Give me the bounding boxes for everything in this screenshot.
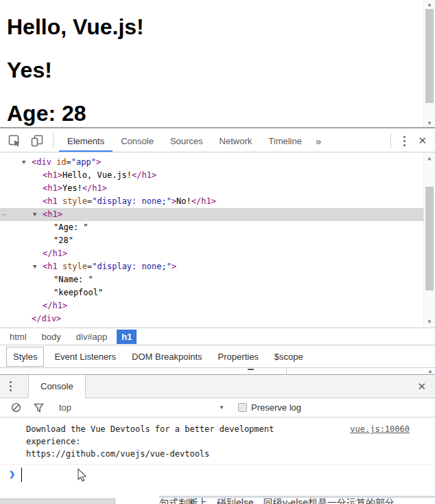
page-scroll-thumb[interactable]	[425, 9, 434, 103]
tree-row[interactable]: <h1 style="display: none;">No!</h1>	[0, 195, 423, 208]
console-message-line[interactable]: https://github.com/vuejs/vue-devtools	[26, 448, 435, 460]
breadcrumb-div-app[interactable]: div#app	[71, 330, 113, 344]
code-token: >	[172, 262, 176, 271]
rendered-page: Hello, Vue.js! Yes! Age: 28 ▲ ▼	[0, 0, 435, 128]
screenshot-root: Hello, Vue.js! Yes! Age: 28 ▲ ▼	[0, 0, 435, 504]
toolbar-right-group: ✕	[388, 130, 435, 152]
page-heading-age: Age: 28	[7, 102, 435, 124]
scroll-down-icon[interactable]: ▼	[424, 319, 435, 325]
breadcrumb-html[interactable]: html	[4, 330, 32, 344]
scroll-up-icon[interactable]: ▲	[427, 368, 433, 374]
page-heading-yes: Yes!	[7, 59, 435, 81]
console-drawer-tab[interactable]: Console	[28, 375, 86, 398]
devtools-close-icon[interactable]: ✕	[415, 135, 435, 147]
tree-row[interactable]: "Age: "	[0, 221, 423, 234]
bottom-strip: 句式判断上，碰到else，同级v-else想是一分运算的部分	[0, 489, 435, 504]
scroll-up-icon[interactable]: ▲	[424, 1, 435, 8]
expander-icon[interactable]: ▼	[33, 208, 36, 221]
tree-row[interactable]: "keepfool"	[0, 286, 423, 299]
tree-row[interactable]: </h1>	[0, 299, 423, 312]
more-tabs-icon[interactable]: »	[310, 135, 327, 147]
device-toolbar-icon[interactable]	[31, 135, 43, 147]
tab-network[interactable]: Network	[211, 130, 261, 152]
inspect-element-icon[interactable]	[8, 135, 21, 147]
toolbar-divider-right	[390, 133, 391, 148]
expander-icon[interactable]: ▼	[22, 156, 25, 169]
tree-row[interactable]: "28"	[0, 234, 423, 247]
code-token: </h1>	[43, 301, 67, 310]
chevron-down-icon[interactable]: ▼	[219, 404, 224, 411]
breadcrumb-h1[interactable]: h1	[117, 330, 137, 344]
sidebar-tab-event-listeners[interactable]: Event Listeners	[49, 347, 121, 366]
drawer-close-icon[interactable]: ✕	[408, 380, 435, 393]
preserve-log-checkbox[interactable]	[238, 403, 247, 412]
code-token: "app"	[71, 157, 96, 167]
tree-row[interactable]: </div>	[0, 312, 423, 325]
elements-scroll-thumb[interactable]	[425, 187, 434, 290]
code-token: id	[51, 157, 67, 167]
devtools-tabs: ElementsConsoleSourcesNetworkTimeline	[59, 130, 310, 152]
mouse-cursor	[78, 468, 87, 483]
tree-row[interactable]: </h1>	[0, 247, 423, 260]
page-scrollbar[interactable]: ▲ ▼	[423, 0, 435, 128]
code-token: "display: none;"	[92, 262, 172, 271]
scroll-down-icon[interactable]: ▼	[424, 120, 435, 127]
code-token: <div	[32, 157, 51, 167]
code-token: "Age: "	[54, 222, 89, 232]
styles-clipped-text	[248, 369, 254, 370]
tab-sources[interactable]: Sources	[162, 130, 211, 152]
code-token: </h1>	[82, 183, 107, 193]
breadcrumb-body[interactable]: body	[36, 330, 67, 344]
row-overflow-icon: ⋯	[1, 208, 7, 221]
tab-console[interactable]: Console	[113, 130, 162, 152]
sidebar-tab-dom-breakpoints[interactable]: DOM Breakpoints	[126, 347, 208, 366]
preserve-log-label[interactable]: Preserve log	[251, 402, 301, 413]
code-token: <h1	[43, 196, 58, 206]
prompt-chevron-icon: ❯	[9, 470, 15, 479]
styles-pane-divider	[286, 368, 287, 374]
code-token: </h1>	[132, 170, 156, 180]
code-token: style	[58, 196, 87, 206]
code-token: Yes!	[62, 183, 82, 193]
code-token: "Name: "	[54, 275, 93, 284]
sidebar-tab--scope[interactable]: $scope	[269, 347, 309, 366]
dom-tree: ▼<div id="app"><h1>Hello, Vue.js!</h1><h…	[0, 156, 423, 325]
sidebar-tab-properties[interactable]: Properties	[213, 347, 264, 366]
devtools-menu-icon[interactable]	[394, 136, 415, 146]
console-message-line: experience:	[26, 435, 435, 448]
code-token: <h1>	[43, 183, 62, 193]
sidebar-tabs: StylesEvent ListenersDOM BreakpointsProp…	[0, 345, 435, 368]
tree-row[interactable]: <h1>Yes!</h1>	[0, 182, 423, 195]
devtools-toolbar: ElementsConsoleSourcesNetworkTimeline » …	[0, 130, 435, 152]
tab-elements[interactable]: Elements	[59, 130, 113, 152]
code-token: >	[96, 157, 101, 167]
styles-pane-sliver: ▲	[0, 368, 435, 374]
expander-icon[interactable]: ▼	[33, 260, 36, 273]
clipped-page-text: 句式判断上，碰到else，同级v-else想是一分运算的部分	[159, 496, 435, 504]
source-location-link[interactable]: vue.js:10060	[350, 423, 410, 435]
code-token: "display: none;"	[92, 196, 172, 206]
tree-row[interactable]: "Name: "	[0, 273, 423, 286]
dom-breadcrumb: htmlbodydiv#apph1	[0, 328, 435, 345]
code-token: <h1>	[43, 209, 62, 219]
tree-row[interactable]: ▼<h1 style="display: none;">	[0, 260, 423, 273]
scroll-up-icon[interactable]: ▲	[424, 155, 435, 162]
execution-context-selector[interactable]: top	[59, 402, 71, 413]
code-token: </h1>	[43, 249, 67, 258]
clear-console-icon[interactable]	[11, 402, 21, 413]
drawer-menu-icon[interactable]	[0, 381, 21, 391]
tree-row[interactable]: <h1>Hello, Vue.js!</h1>	[0, 169, 423, 182]
elements-panel: ▼<div id="app"><h1>Hello, Vue.js!</h1><h…	[0, 152, 435, 328]
tree-row[interactable]: ▼<div id="app">	[0, 156, 423, 169]
tree-row[interactable]: ⋯▼<h1>	[0, 208, 423, 221]
code-token: =	[67, 157, 71, 167]
console-prompt[interactable]: ❯	[0, 465, 435, 485]
code-token: </h1>	[191, 196, 216, 206]
console-message: Download the Vue Devtools for a better d…	[0, 417, 435, 465]
code-token: <h1	[43, 262, 58, 271]
filter-icon[interactable]	[34, 403, 44, 413]
code-token: "28"	[54, 236, 73, 245]
sidebar-tab-styles[interactable]: Styles	[6, 347, 44, 367]
tab-timeline[interactable]: Timeline	[260, 130, 310, 152]
elements-scrollbar[interactable]: ▲ ▼	[423, 152, 435, 328]
